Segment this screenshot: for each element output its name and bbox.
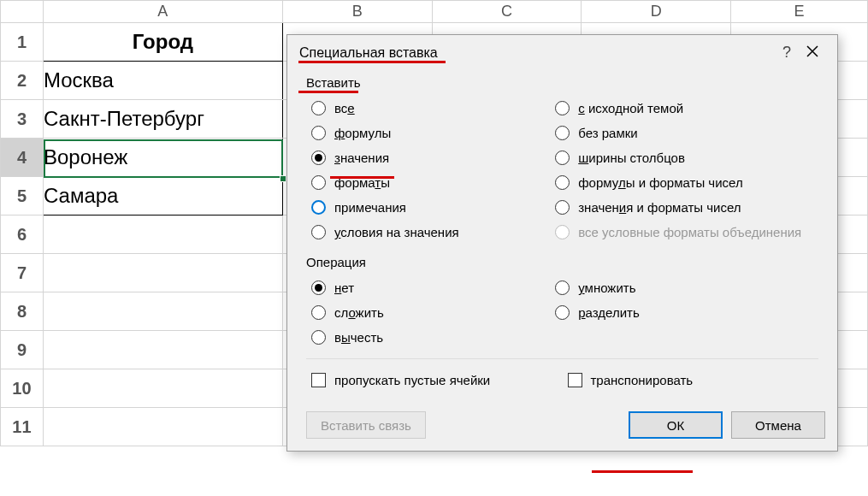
annotation-underline (330, 176, 394, 179)
radio-icon (311, 175, 326, 190)
op-radio-label-none: нет (334, 280, 354, 295)
cell-A4[interactable]: Воронеж (43, 139, 282, 177)
paste-radio-validation[interactable]: условия на значения (311, 225, 550, 239)
radio-icon (311, 101, 326, 115)
paste-radio-theme[interactable]: с исходной темой (555, 101, 818, 115)
paste-radio-all[interactable]: все (311, 101, 550, 115)
radio-icon (311, 305, 326, 320)
paste-group-label: Вставить (306, 75, 361, 90)
cell-A9[interactable] (43, 331, 282, 369)
op-radio-label-div: разделить (578, 305, 639, 320)
paste-special-dialog: Специальная вставка ? Вставить всеформул… (286, 34, 838, 452)
cancel-button[interactable]: Отмена (731, 411, 825, 439)
cell-A1[interactable]: Город (43, 23, 282, 62)
cell-A11[interactable] (43, 408, 282, 446)
op-radio-label-sub: вычесть (334, 330, 383, 345)
paste-radio-allmerge: все условные форматы объединения (555, 225, 818, 239)
radio-icon (555, 151, 570, 165)
paste-link-button[interactable]: Вставить связь (306, 411, 426, 439)
paste-radio-label-theme: с исходной темой (578, 101, 683, 115)
cell-A3[interactable]: Сакнт-Петербург (43, 100, 282, 139)
annotation-underline (298, 91, 358, 93)
row-header-10[interactable]: 10 (1, 369, 44, 408)
transpose-checkbox[interactable]: транспонировать (568, 373, 819, 387)
op-radio-label-add: сложить (334, 305, 384, 320)
annotation-underline (298, 61, 446, 63)
paste-radio-label-valnum: значения и форматы чисел (578, 200, 741, 215)
paste-radio-label-all: все (334, 101, 355, 115)
close-button[interactable] (800, 45, 825, 61)
cell-A2[interactable]: Москва (43, 62, 282, 100)
checkbox-icon (568, 373, 582, 387)
paste-radio-formulas[interactable]: формулы (311, 126, 550, 140)
paste-radio-formnum[interactable]: формулы и форматы чисел (555, 175, 818, 190)
radio-icon (311, 200, 326, 215)
row-header-6[interactable]: 6 (1, 216, 44, 254)
help-button[interactable]: ? (774, 44, 800, 62)
cell-A8[interactable] (43, 292, 282, 331)
row-header-3[interactable]: 3 (1, 100, 44, 139)
row-header-1[interactable]: 1 (1, 23, 44, 62)
radio-icon (555, 175, 570, 190)
op-radio-add[interactable]: сложить (311, 305, 550, 320)
col-header-D[interactable]: D (582, 1, 731, 23)
close-icon (806, 45, 818, 57)
radio-icon (311, 151, 326, 165)
paste-radio-label-noborder: без рамки (578, 126, 637, 140)
col-header-E[interactable]: E (731, 1, 868, 23)
paste-radio-widths[interactable]: ширины столбцов (555, 151, 818, 165)
paste-radio-label-formulas: формулы (334, 126, 391, 140)
operation-group-label: Операция (306, 255, 366, 269)
cell-A10[interactable] (43, 369, 282, 408)
cell-A7[interactable] (43, 254, 282, 292)
radio-icon (311, 126, 326, 140)
row-header-8[interactable]: 8 (1, 292, 44, 331)
row-header-7[interactable]: 7 (1, 254, 44, 292)
radio-icon (311, 280, 326, 295)
radio-icon (311, 225, 326, 239)
col-header-A[interactable]: A (43, 1, 282, 23)
annotation-underline (592, 470, 693, 473)
op-radio-mul[interactable]: умножить (555, 280, 818, 295)
skip-blanks-checkbox[interactable]: пропускать пустые ячейки (311, 373, 563, 387)
paste-radio-values[interactable]: значения (311, 151, 550, 165)
col-header-C[interactable]: C (432, 1, 582, 23)
row-header-9[interactable]: 9 (1, 331, 44, 369)
paste-radio-label-widths: ширины столбцов (578, 151, 685, 165)
transpose-label: транспонировать (591, 373, 694, 387)
col-header-B[interactable]: B (282, 1, 432, 23)
ok-button[interactable]: ОК (629, 411, 723, 439)
radio-icon (555, 101, 570, 115)
op-radio-sub[interactable]: вычесть (311, 330, 550, 345)
radio-icon (555, 126, 570, 140)
radio-icon (555, 280, 570, 295)
cell-A5[interactable]: Самара (43, 177, 282, 216)
op-radio-none[interactable]: нет (311, 280, 550, 295)
paste-radio-label-allmerge: все условные форматы объединения (578, 225, 801, 239)
radio-icon (555, 225, 570, 239)
row-header-4[interactable]: 4 (1, 139, 44, 177)
row-header-5[interactable]: 5 (1, 177, 44, 216)
paste-radio-label-values: значения (334, 151, 389, 165)
row-header-11[interactable]: 11 (1, 408, 44, 446)
paste-radio-label-validation: условия на значения (334, 225, 459, 239)
dialog-title: Специальная вставка (299, 45, 774, 61)
skip-blanks-label: пропускать пустые ячейки (334, 373, 490, 387)
cell-A6[interactable] (43, 216, 282, 254)
op-radio-div[interactable]: разделить (555, 305, 818, 320)
op-radio-label-mul: умножить (578, 280, 635, 295)
fill-handle[interactable] (280, 175, 286, 182)
paste-radio-label-comments: примечания (334, 200, 406, 215)
radio-icon (555, 305, 570, 320)
paste-radio-comments[interactable]: примечания (311, 200, 550, 215)
radio-icon (555, 200, 570, 215)
row-header-2[interactable]: 2 (1, 62, 44, 100)
select-all-corner[interactable] (1, 1, 44, 23)
checkbox-icon (311, 373, 326, 387)
radio-icon (311, 330, 326, 345)
paste-radio-label-formnum: формулы и форматы чисел (578, 175, 742, 190)
paste-radio-noborder[interactable]: без рамки (555, 126, 818, 140)
paste-radio-valnum[interactable]: значения и форматы чисел (555, 200, 818, 215)
